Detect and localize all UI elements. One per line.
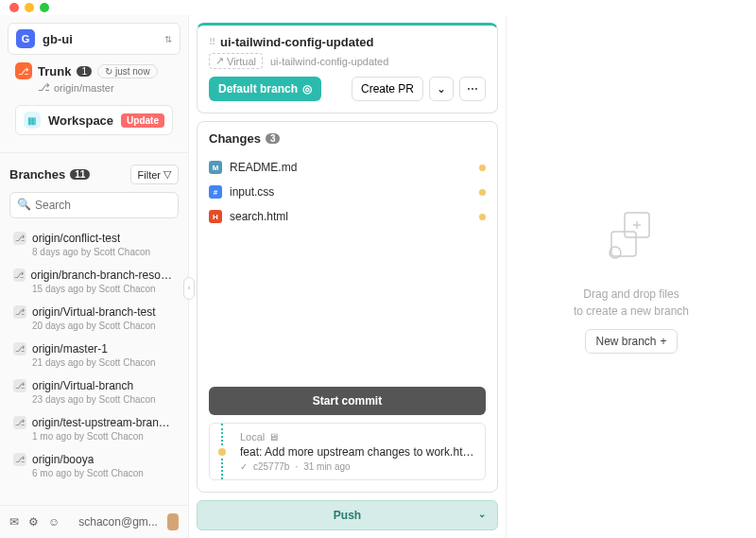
branch-meta: 1 mo ago by Scott Chacon bbox=[13, 429, 175, 442]
branches-count-badge: 11 bbox=[70, 169, 90, 180]
branch-meta: 21 days ago by Scott Chacon bbox=[13, 356, 175, 368]
commit-card[interactable]: Local🖥 feat: Add more upstream changes t… bbox=[209, 423, 486, 480]
file-name: README.md bbox=[230, 161, 472, 174]
create-pr-button[interactable]: Create PR bbox=[352, 77, 423, 101]
feedback-icon[interactable]: ☺ bbox=[48, 515, 60, 529]
file-name: search.html bbox=[230, 210, 472, 223]
branch-meta: 23 days ago by Scott Chacon bbox=[13, 392, 175, 405]
project-icon: G bbox=[16, 29, 35, 48]
branch-more-button[interactable]: ⋯ bbox=[459, 77, 486, 101]
chevron-down-icon[interactable]: ⌄ bbox=[478, 509, 486, 519]
trunk-icon: ⎇ bbox=[15, 62, 32, 79]
file-row[interactable]: #input.css bbox=[198, 180, 497, 204]
branch-name: origin/Virtual-branch-test bbox=[32, 305, 156, 319]
laptop-icon: 🖥 bbox=[268, 431, 279, 443]
sidebar: G gb-ui ⇅ ⎇ Trunk 1 ↻just now ⎇ origin/m… bbox=[0, 15, 189, 538]
workspace-label: Workspace bbox=[48, 113, 113, 128]
list-item[interactable]: ⎇origin/test-upstream-branch21 mo ago by… bbox=[4, 410, 184, 447]
maximize-window-icon[interactable] bbox=[40, 3, 49, 12]
user-email[interactable]: schacon@gm... bbox=[78, 515, 158, 529]
start-commit-button[interactable]: Start commit bbox=[209, 387, 486, 415]
branch-icon: ⎇ bbox=[13, 305, 26, 319]
new-branch-button[interactable]: New branch + bbox=[585, 329, 677, 354]
local-label: Local🖥 bbox=[240, 431, 475, 443]
list-item[interactable]: ⎇origin/conflict-test8 days ago by Scott… bbox=[4, 226, 184, 263]
branch-name: origin/branch-branch-resource... bbox=[31, 269, 176, 282]
list-item[interactable]: ⎇origin/branch-branch-resource...15 days… bbox=[4, 263, 184, 300]
trunk-label: Trunk bbox=[38, 64, 71, 78]
file-row[interactable]: MREADME.md bbox=[198, 155, 497, 180]
project-name: gb-ui bbox=[43, 32, 157, 46]
minimize-window-icon[interactable] bbox=[25, 3, 34, 12]
workspace-icon: ▦ bbox=[24, 112, 41, 129]
project-selector[interactable]: G gb-ui ⇅ bbox=[8, 23, 180, 55]
center-panel: ‹ ⠿ ui-tailwind-config-updated ↗Virtual … bbox=[189, 15, 506, 538]
file-icon: H bbox=[209, 210, 222, 223]
branch-card: ⠿ ui-tailwind-config-updated ↗Virtual ui… bbox=[197, 23, 498, 113]
git-icon: ⎇ bbox=[38, 81, 50, 94]
branch-icon: ⎇ bbox=[13, 453, 26, 466]
trunk-item[interactable]: ⎇ Trunk 1 ↻just now bbox=[8, 55, 180, 81]
branch-name: origin/test-upstream-branch2 bbox=[32, 416, 175, 429]
branch-icon: ⎇ bbox=[13, 232, 26, 245]
filter-button[interactable]: Filter ▽ bbox=[130, 165, 179, 184]
commit-message: feat: Add more upstream changes to work.… bbox=[240, 443, 475, 461]
virtual-badge: ↗Virtual bbox=[209, 53, 263, 69]
branch-subtitle: ui-tailwind-config-updated bbox=[270, 56, 388, 67]
modified-dot-icon bbox=[479, 214, 486, 220]
create-pr-dropdown[interactable]: ⌄ bbox=[429, 77, 454, 101]
branch-name: origin/Virtual-branch bbox=[32, 379, 133, 392]
changes-count-badge: 3 bbox=[266, 133, 281, 144]
modified-dot-icon bbox=[479, 189, 486, 196]
branch-name: origin/booya bbox=[32, 453, 94, 466]
branch-icon: ⎇ bbox=[13, 416, 26, 429]
gear-icon[interactable]: ⚙ bbox=[28, 515, 39, 529]
file-list: MREADME.md#input.cssHsearch.html bbox=[198, 155, 497, 379]
branch-icon: ⎇ bbox=[13, 379, 26, 392]
close-window-icon[interactable] bbox=[9, 3, 19, 12]
modified-dot-icon bbox=[479, 165, 486, 171]
grip-icon[interactable]: ⠿ bbox=[209, 37, 215, 47]
chevron-updown-icon: ⇅ bbox=[164, 34, 172, 44]
list-item[interactable]: ⎇origin/master-121 days ago by Scott Cha… bbox=[4, 337, 184, 373]
mail-icon[interactable]: ✉ bbox=[9, 515, 19, 529]
commit-status-icon: ✓ bbox=[240, 461, 248, 472]
list-item[interactable]: ⎇origin/Virtual-branch23 days ago by Sco… bbox=[4, 373, 184, 410]
search-input[interactable] bbox=[9, 192, 179, 218]
avatar[interactable] bbox=[167, 513, 179, 530]
file-icon: M bbox=[209, 161, 222, 174]
branch-meta: 15 days ago by Scott Chacon bbox=[13, 282, 175, 294]
file-row[interactable]: Hsearch.html bbox=[198, 204, 497, 229]
filter-icon: ▽ bbox=[163, 168, 171, 181]
file-name: input.css bbox=[230, 185, 472, 199]
changes-heading: Changes 3 bbox=[198, 122, 497, 155]
commit-meta: ✓ c25777b · 31 min ago bbox=[240, 461, 475, 472]
file-icon: # bbox=[209, 185, 222, 199]
branch-name: origin/master-1 bbox=[32, 342, 108, 356]
commit-hash: c25777b bbox=[253, 461, 289, 472]
svg-rect-3 bbox=[611, 232, 636, 256]
branch-icon: ⎇ bbox=[13, 342, 26, 356]
workspace-item[interactable]: ▦ Workspace Update bbox=[15, 105, 173, 135]
push-button[interactable]: Push ⌄ bbox=[197, 500, 498, 530]
branch-meta: 8 days ago by Scott Chacon bbox=[13, 245, 175, 257]
commit-dot-icon bbox=[216, 446, 228, 458]
default-branch-button[interactable]: Default branch ◎ bbox=[209, 77, 321, 101]
branch-list: ⎇origin/conflict-test8 days ago by Scott… bbox=[0, 226, 188, 505]
branch-title: ui-tailwind-config-updated bbox=[220, 35, 373, 49]
commit-time: 31 min ago bbox=[303, 461, 350, 472]
target-icon: ◎ bbox=[302, 82, 312, 95]
drop-zone[interactable]: Drag and drop files to create a new bran… bbox=[506, 15, 756, 538]
trunk-time-pill: ↻just now bbox=[97, 64, 158, 78]
plus-icon: + bbox=[661, 335, 667, 348]
branch-name: origin/conflict-test bbox=[32, 232, 120, 245]
collapse-handle[interactable]: ‹ bbox=[183, 277, 195, 300]
search-icon: 🔍 bbox=[17, 198, 31, 211]
list-item[interactable]: ⎇origin/Virtual-branch-test20 days ago b… bbox=[4, 300, 184, 337]
changes-card: Changes 3 MREADME.md#input.cssHsearch.ht… bbox=[197, 121, 498, 493]
trunk-count-badge: 1 bbox=[77, 66, 92, 77]
list-item[interactable]: ⎇origin/booya6 mo ago by Scott Chacon bbox=[4, 447, 184, 484]
workspace-update-badge[interactable]: Update bbox=[121, 113, 164, 128]
trunk-origin: ⎇ origin/master bbox=[8, 81, 180, 101]
sidebar-footer: ✉ ⚙ ☺ schacon@gm... bbox=[0, 505, 188, 538]
